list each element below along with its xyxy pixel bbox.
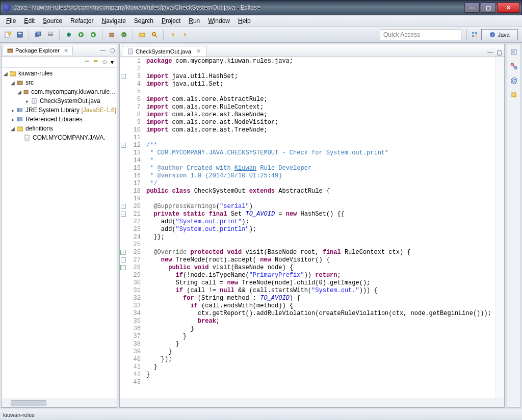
tab-pin-icon: ✕ xyxy=(64,47,68,54)
svg-rect-26 xyxy=(10,71,12,72)
main-toolbar: C Quick Access J Java xyxy=(0,27,522,43)
menu-navigate[interactable]: Navigate xyxy=(97,16,129,25)
svg-rect-17 xyxy=(472,32,474,34)
open-perspective-button[interactable] xyxy=(469,29,480,40)
svg-rect-1 xyxy=(8,32,11,34)
menu-refactor[interactable]: Refactor xyxy=(66,16,97,25)
status-bar: kiuwan-rules xyxy=(0,409,522,420)
svg-rect-24 xyxy=(8,49,13,50)
declaration-view-icon[interactable] xyxy=(509,90,518,99)
filters-button[interactable]: ⚙ xyxy=(102,59,108,66)
menu-project[interactable]: Project xyxy=(158,16,185,25)
quick-access-input[interactable]: Quick Access xyxy=(380,29,461,40)
svg-rect-19 xyxy=(472,35,474,37)
editor-hscroll[interactable] xyxy=(120,399,504,407)
menu-run[interactable]: Run xyxy=(185,16,204,25)
folder-icon xyxy=(16,124,24,133)
editor-tab-checksystemout[interactable]: J CheckSystemOut.java ✕ xyxy=(122,46,206,56)
tree-java-file[interactable]: ▸ J CheckSystemOut.java xyxy=(3,96,117,106)
tree-project[interactable]: ◢ kiuwan-rules xyxy=(3,69,117,78)
link-editor-button[interactable] xyxy=(93,58,99,66)
view-menu-button[interactable]: ▾ xyxy=(111,59,114,66)
svg-rect-31 xyxy=(17,108,19,112)
svg-rect-3 xyxy=(18,33,21,34)
menu-file[interactable]: File xyxy=(2,16,20,25)
minimize-button[interactable]: — xyxy=(464,3,480,13)
svg-rect-7 xyxy=(49,32,52,34)
svg-text:x: x xyxy=(27,137,28,140)
task-list-icon[interactable] xyxy=(509,62,518,71)
package-explorer-tab[interactable]: Package Explorer ✕ xyxy=(3,46,73,55)
svg-rect-20 xyxy=(475,35,477,37)
collapse-all-button[interactable] xyxy=(84,58,90,66)
editor-tab-title: CheckSystemOut.java xyxy=(136,48,191,55)
svg-rect-37 xyxy=(17,127,23,131)
svg-point-16 xyxy=(152,33,155,36)
menu-search[interactable]: Search xyxy=(130,16,158,25)
svg-rect-15 xyxy=(140,33,145,37)
svg-rect-45 xyxy=(512,93,516,97)
search-button[interactable] xyxy=(149,29,160,40)
package-explorer-view: Package Explorer ✕ — ▢ ⚙ ▾ ◢ kiuwan-rule… xyxy=(1,44,117,408)
editor-area: J CheckSystemOut.java ✕ — ▢ 12-345678910… xyxy=(119,44,505,408)
window-titlebar: Java - kiuwan-rules/src/com/mycompany/ki… xyxy=(0,0,522,15)
perspective-java-label: Java xyxy=(498,32,509,38)
run-last-button[interactable] xyxy=(88,29,99,40)
save-all-button[interactable] xyxy=(33,29,44,40)
workspace: Package Explorer ✕ — ▢ ⚙ ▾ ◢ kiuwan-rule… xyxy=(0,43,522,409)
editor-minimize-button[interactable]: — xyxy=(487,49,493,56)
package-explorer-tree[interactable]: ◢ kiuwan-rules ◢ src ◢ com.mycompany.kiu… xyxy=(2,68,117,399)
right-trim: @ xyxy=(507,44,521,408)
maximize-view-button[interactable]: ▢ xyxy=(109,47,116,54)
menu-bar: File Edit Source Refactor Navigate Searc… xyxy=(0,15,522,27)
package-icon xyxy=(22,88,30,96)
editor-code[interactable]: package com.mycompany.kiuwan.rules.java;… xyxy=(143,57,495,399)
outline-view-icon[interactable] xyxy=(509,47,518,57)
package-explorer-toolbar: ⚙ ▾ xyxy=(2,57,117,68)
nav-back-button[interactable] xyxy=(167,29,178,40)
editor-tab-close-icon[interactable]: ✕ xyxy=(196,48,201,55)
print-button[interactable] xyxy=(45,29,56,40)
window-title: Java - kiuwan-rules/src/com/mycompany/ki… xyxy=(14,4,464,11)
menu-edit[interactable]: Edit xyxy=(20,16,39,25)
editor-maximize-button[interactable]: ▢ xyxy=(497,49,502,56)
svg-rect-12 xyxy=(110,33,114,37)
svg-rect-5 xyxy=(37,32,41,36)
svg-rect-36 xyxy=(21,117,22,121)
java-file-icon: J xyxy=(127,48,134,55)
menu-help[interactable]: Help xyxy=(234,16,255,25)
svg-rect-11 xyxy=(92,34,94,36)
save-button[interactable] xyxy=(14,29,25,40)
minimize-view-button[interactable]: — xyxy=(99,47,107,54)
new-button[interactable] xyxy=(2,29,13,40)
new-package-button[interactable] xyxy=(106,29,117,40)
close-button[interactable]: ✕ xyxy=(497,3,519,13)
tree-src[interactable]: ◢ src xyxy=(3,78,117,87)
perspective-java[interactable]: J Java xyxy=(481,29,518,40)
svg-rect-34 xyxy=(17,117,19,121)
package-explorer-hscroll[interactable] xyxy=(2,399,117,407)
tree-package[interactable]: ◢ com.mycompany.kiuwan.rules.java xyxy=(3,87,117,96)
debug-button[interactable] xyxy=(63,29,74,40)
open-type-button[interactable] xyxy=(137,29,148,40)
menu-source[interactable]: Source xyxy=(39,16,66,25)
editor-vscroll[interactable] xyxy=(495,57,504,399)
code-editor[interactable]: 12-34567891011-1213141516171819-20-21222… xyxy=(120,57,504,399)
tree-definitions[interactable]: ◢ definitions xyxy=(3,124,117,133)
javadoc-view-icon[interactable]: @ xyxy=(509,76,518,85)
svg-rect-18 xyxy=(475,32,477,34)
java-file-icon: J xyxy=(30,97,38,105)
nav-forward-button[interactable] xyxy=(179,29,191,40)
svg-rect-32 xyxy=(19,108,21,112)
tree-jre[interactable]: ▸ JRE System Library [JavaSE-1.6] xyxy=(3,106,117,115)
tree-referenced-libs[interactable]: ▸ Referenced Libraries xyxy=(3,115,117,124)
run-button[interactable] xyxy=(75,29,87,40)
svg-text:J: J xyxy=(33,99,35,103)
new-class-button[interactable]: C xyxy=(118,29,129,40)
tree-defs-file[interactable]: x COM.MYCOMPANY.JAVA. xyxy=(3,133,117,142)
menu-window[interactable]: Window xyxy=(204,16,234,25)
editor-gutter[interactable]: 12-34567891011-1213141516171819-20-21222… xyxy=(120,57,143,399)
svg-point-43 xyxy=(511,63,514,66)
svg-text:J: J xyxy=(492,33,494,37)
maximize-button[interactable]: ▢ xyxy=(481,3,496,13)
